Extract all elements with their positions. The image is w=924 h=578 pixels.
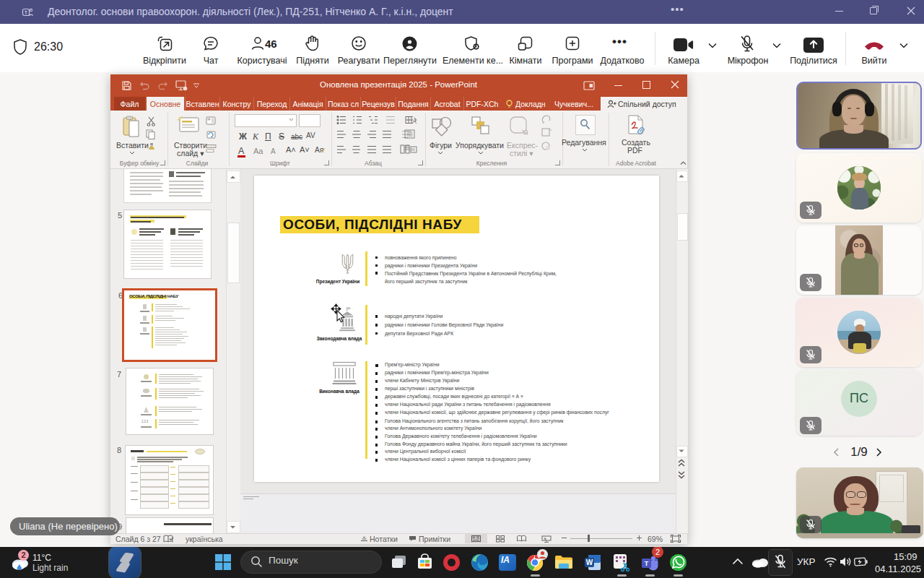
svg-text:T: T (645, 560, 649, 567)
svg-text:T: T (25, 10, 28, 15)
svg-text:W: W (586, 558, 593, 566)
svg-text:Aя: Aя (315, 146, 323, 154)
svg-text:A: A (412, 118, 417, 125)
